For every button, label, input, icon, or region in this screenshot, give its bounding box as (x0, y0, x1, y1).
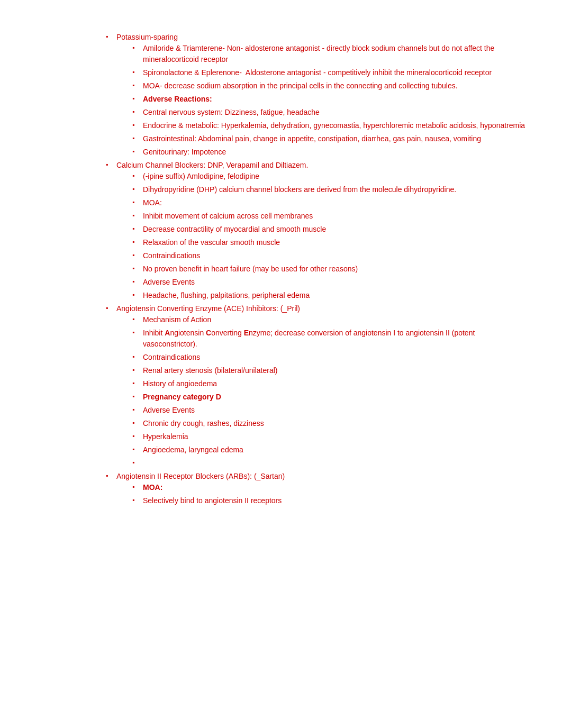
list-item: Angioedema, laryngeal edema (132, 444, 530, 456)
item-text (143, 459, 145, 467)
list-item: Inhibit movement of calcium across cell … (132, 211, 530, 222)
item-text: Gastrointestinal: Abdominal pain, change… (143, 134, 481, 143)
list-item: Pregnancy category D (132, 392, 530, 403)
item-text: Adverse Events (143, 278, 195, 286)
list-item: Mechanism of Action (132, 314, 530, 325)
list-item: Hyperkalemia (132, 431, 530, 442)
item-text: Selectively bind to angiotensin II recep… (143, 496, 282, 505)
item-text: Headache, flushing, palpitations, periph… (143, 291, 310, 299)
item-text: Dihydropyridine (DHP) calcium channel bl… (143, 185, 456, 194)
item-text: MOA: (143, 198, 162, 207)
item-text: Chronic dry cough, rashes, dizziness (143, 419, 264, 427)
list-item: (-ipine suffix) Amlodipine, felodipine (132, 171, 530, 182)
list-item: Gastrointestinal: Abdominal pain, change… (132, 133, 530, 144)
item-text: Relaxation of the vascular smooth muscle (143, 238, 280, 247)
list-item: Selectively bind to angiotensin II recep… (132, 495, 530, 506)
level1-list: Potassium-sparing Amiloride & Triamteren… (106, 32, 530, 506)
level2-list: MOA: Selectively bind to angiotensin II … (116, 482, 530, 506)
list-item (132, 458, 530, 469)
list-item: Relaxation of the vascular smooth muscle (132, 237, 530, 248)
item-text: Angiotensin II Receptor Blockers (ARBs):… (116, 472, 285, 480)
list-item: Adverse Events (132, 405, 530, 416)
level2-list: Mechanism of Action Inhibit Angiotensin … (116, 314, 530, 469)
list-item: MOA- decrease sodium absorption in the p… (132, 80, 530, 92)
item-text: Calcium Channel Blockers: DNP, Verapamil… (116, 161, 308, 169)
list-item: Adverse Events (132, 277, 530, 288)
list-item: No proven benefit in heart failure (may … (132, 263, 530, 275)
list-item: Endocrine & metabolic: Hyperkalemia, deh… (132, 120, 530, 131)
list-item: Angiotensin Converting Enzyme (ACE) Inhi… (106, 303, 530, 469)
level2-list: (-ipine suffix) Amlodipine, felodipine D… (116, 171, 530, 301)
list-item: MOA: (132, 197, 530, 208)
list-item: Contraindications (132, 250, 530, 261)
list-item: Decrease contractility of myocardial and… (132, 224, 530, 235)
item-text: MOA- decrease sodium absorption in the p… (143, 81, 458, 90)
list-item: MOA: (132, 482, 530, 493)
item-text: Inhibit Angiotensin Converting Enzyme; d… (143, 329, 475, 348)
item-text: Endocrine & metabolic: Hyperkalemia, deh… (143, 121, 525, 130)
item-text: History of angioedema (143, 379, 217, 388)
item-text: Angioedema, laryngeal edema (143, 445, 243, 454)
list-item: Contraindications (132, 352, 530, 363)
item-text: Potassium-sparing (116, 33, 178, 41)
item-text: (-ipine suffix) Amlodipine, felodipine (143, 172, 259, 180)
level2-list: Amiloride & Triamterene- Non- aldosteron… (116, 43, 530, 158)
list-item: Potassium-sparing Amiloride & Triamteren… (106, 32, 530, 158)
list-item: Calcium Channel Blockers: DNP, Verapamil… (106, 160, 530, 301)
item-text: Angiotensin Converting Enzyme (ACE) Inhi… (116, 304, 300, 313)
item-text: Genitourinary: Impotence (143, 148, 226, 156)
list-item: Adverse Reactions: (132, 94, 530, 105)
item-text: Central nervous system: Dizziness, fatig… (143, 108, 320, 116)
list-item: Inhibit Angiotensin Converting Enzyme; d… (132, 327, 530, 350)
item-text: Contraindications (143, 353, 200, 361)
item-text: Spironolactone & Eplerenone- Aldosterone… (143, 68, 492, 77)
item-text: Contraindications (143, 251, 200, 260)
item-text: Amiloride & Triamterene- Non- aldosteron… (143, 44, 494, 63)
list-item: Headache, flushing, palpitations, periph… (132, 290, 530, 301)
main-content: Potassium-sparing Amiloride & Triamteren… (106, 21, 530, 506)
item-text: Adverse Reactions: (143, 95, 212, 103)
list-item: Genitourinary: Impotence (132, 147, 530, 158)
list-item: History of angioedema (132, 378, 530, 389)
item-text: Decrease contractility of myocardial and… (143, 225, 326, 233)
item-text: Adverse Events (143, 406, 195, 414)
list-item: Dihydropyridine (DHP) calcium channel bl… (132, 184, 530, 195)
list-item: Amiloride & Triamterene- Non- aldosteron… (132, 43, 530, 65)
list-item: Spironolactone & Eplerenone- Aldosterone… (132, 67, 530, 78)
item-text: Inhibit movement of calcium across cell … (143, 212, 313, 220)
list-item: Angiotensin II Receptor Blockers (ARBs):… (106, 471, 530, 506)
item-text: Mechanism of Action (143, 315, 211, 324)
item-text: Pregnancy category D (143, 393, 221, 401)
item-text: Hyperkalemia (143, 432, 188, 441)
item-text: MOA: (143, 483, 162, 492)
list-item: Chronic dry cough, rashes, dizziness (132, 418, 530, 429)
list-item: Central nervous system: Dizziness, fatig… (132, 107, 530, 118)
item-text: Renal artery stenosis (bilateral/unilate… (143, 366, 277, 375)
item-text: No proven benefit in heart failure (may … (143, 265, 358, 273)
list-item: Renal artery stenosis (bilateral/unilate… (132, 365, 530, 376)
